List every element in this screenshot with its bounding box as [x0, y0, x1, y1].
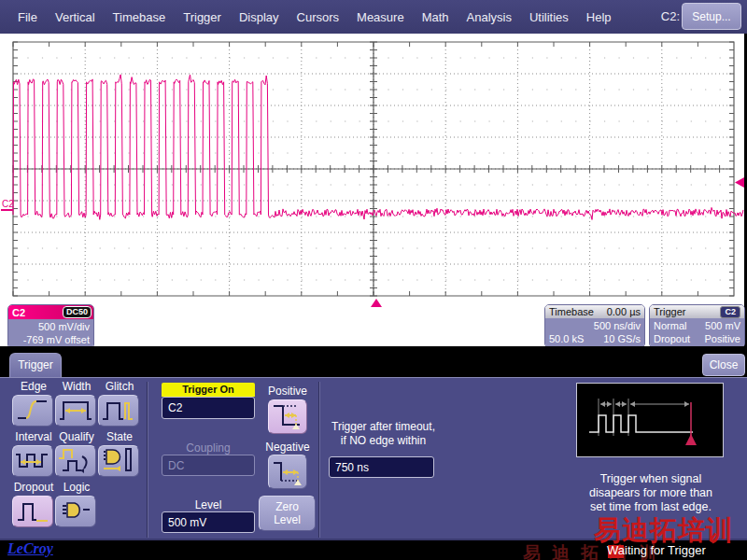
tab-trigger[interactable]: Trigger — [9, 353, 62, 377]
trigger-type-edge: Edge — [12, 381, 55, 427]
trigger-type: Dropout — [654, 332, 690, 345]
channel-name: C2 — [12, 307, 25, 318]
dropout-negative-icon — [270, 455, 305, 486]
trigger-on-select[interactable]: C2 — [162, 397, 255, 419]
channel-c2-descriptor[interactable]: C2 DC50 500 mV/div -769 mV offset — [7, 304, 94, 349]
menu-help[interactable]: Help — [586, 10, 612, 24]
qualify-trigger-icon — [57, 447, 94, 473]
channel-indicator-label: C2: — [661, 9, 680, 23]
trigger-type-glitch: Glitch — [98, 381, 141, 427]
c2-trace — [13, 75, 743, 220]
trigger-type-state: State — [98, 431, 141, 477]
dropout-diagram-panel — [576, 383, 724, 457]
trigger-descriptor[interactable]: Trigger C2 Normal 500 mV Dropout Positiv… — [649, 304, 745, 348]
trigger-type-interval: Interval — [12, 431, 55, 477]
setup-button[interactable]: Setup... — [682, 3, 741, 30]
trigger-type-logic: Logic — [55, 482, 98, 527]
trigger-type-qualify: Qualify — [55, 431, 98, 477]
coupling-select: DC — [162, 455, 255, 476]
menu-bar: File Vertical Timebase Trigger Display C… — [0, 0, 747, 34]
width-trigger-icon — [57, 397, 94, 423]
negative-slope-label: Negative — [264, 441, 311, 454]
close-button[interactable]: Close — [702, 354, 745, 376]
glitch-trigger-icon — [100, 397, 137, 423]
edge-trigger-button[interactable] — [12, 395, 53, 427]
dialog-tab-strip — [0, 346, 747, 377]
menu-file[interactable]: File — [18, 10, 37, 24]
description-line2: disapears for more than — [571, 486, 730, 499]
dropout-trigger-icon — [14, 497, 51, 525]
level-input[interactable]: 500 mV — [162, 511, 255, 533]
dropout-trigger-button[interactable] — [12, 496, 53, 527]
negative-slope-button[interactable] — [268, 455, 307, 489]
zero-level-button[interactable]: Zero Level — [259, 496, 316, 531]
coupling-badge: DC50 — [63, 306, 92, 318]
qualify-trigger-button[interactable] — [55, 445, 96, 477]
trigger-level: 500 mV — [705, 319, 740, 332]
lecroy-logo: LeCroy — [7, 540, 53, 557]
timebase-rate: 10 GS/s — [603, 332, 641, 345]
coupling-label: Coupling — [162, 441, 255, 455]
menu-trigger[interactable]: Trigger — [183, 10, 221, 24]
dropout-positive-icon — [270, 400, 305, 431]
width-trigger-button[interactable] — [55, 395, 96, 427]
menu-timebase[interactable]: Timebase — [113, 10, 166, 24]
menu-cursors[interactable]: Cursors — [297, 10, 340, 24]
level-label: Level — [162, 498, 255, 511]
divider — [318, 382, 320, 538]
trigger-level-marker — [735, 177, 744, 188]
positive-slope-label: Positive — [264, 385, 311, 398]
interval-trigger-button[interactable] — [12, 445, 53, 477]
timebase-title: Timebase — [549, 306, 594, 317]
graticule-and-trace: C2 — [0, 37, 744, 346]
trace-label-c2: C2 — [2, 199, 14, 209]
watermark-big: 易迪拓培训 — [594, 512, 734, 550]
timeout-caption-line1: Trigger after timeout, — [325, 420, 442, 433]
trigger-source-badge: C2 — [720, 306, 740, 318]
menu-math[interactable]: Math — [422, 10, 449, 24]
description-line3: set time from last edge. — [571, 500, 730, 513]
timebase-scale: 500 ns/div — [594, 319, 641, 332]
state-trigger-button[interactable] — [98, 445, 139, 477]
channel-scale: 500 mV/div — [38, 320, 90, 333]
timebase-samples: 50.0 kS — [549, 332, 584, 345]
trigger-time-marker — [371, 299, 382, 307]
description-line1: Trigger when signal — [571, 472, 730, 485]
menu-analysis[interactable]: Analysis — [467, 10, 512, 24]
timebase-descriptor[interactable]: Timebase 0.00 µs 500 ns/div 50.0 kS 10 G… — [544, 304, 645, 348]
trigger-mode: Normal — [654, 319, 686, 332]
glitch-trigger-button[interactable] — [98, 395, 139, 427]
timebase-delay: 0.00 µs — [607, 306, 641, 317]
timeout-caption-line2: if NO edge within — [325, 434, 442, 447]
interval-trigger-icon — [14, 447, 51, 473]
menu-vertical[interactable]: Vertical — [55, 10, 95, 24]
state-trigger-icon — [100, 447, 137, 473]
edge-trigger-icon — [14, 397, 51, 423]
positive-slope-button[interactable] — [268, 399, 307, 434]
menu-utilities[interactable]: Utilities — [529, 10, 569, 24]
channel-offset: -769 mV offset — [23, 333, 90, 346]
trigger-slope: Positive — [704, 332, 740, 345]
menu-measure[interactable]: Measure — [357, 10, 404, 24]
trigger-type-dropout: Dropout — [12, 482, 55, 527]
logic-trigger-icon — [57, 497, 94, 525]
trigger-title: Trigger — [654, 306, 685, 317]
trigger-on-label: Trigger On — [162, 383, 255, 397]
timeout-value-input[interactable]: 750 ns — [329, 456, 434, 478]
waveform-display: C2 — [0, 34, 744, 347]
oscilloscope-screen: File Vertical Timebase Trigger Display C… — [0, 0, 747, 560]
dropout-trigger-diagram — [577, 384, 723, 456]
trigger-type-width: Width — [55, 381, 98, 427]
menu-display[interactable]: Display — [239, 10, 279, 24]
logic-trigger-button[interactable] — [55, 496, 96, 527]
divider — [147, 382, 148, 538]
